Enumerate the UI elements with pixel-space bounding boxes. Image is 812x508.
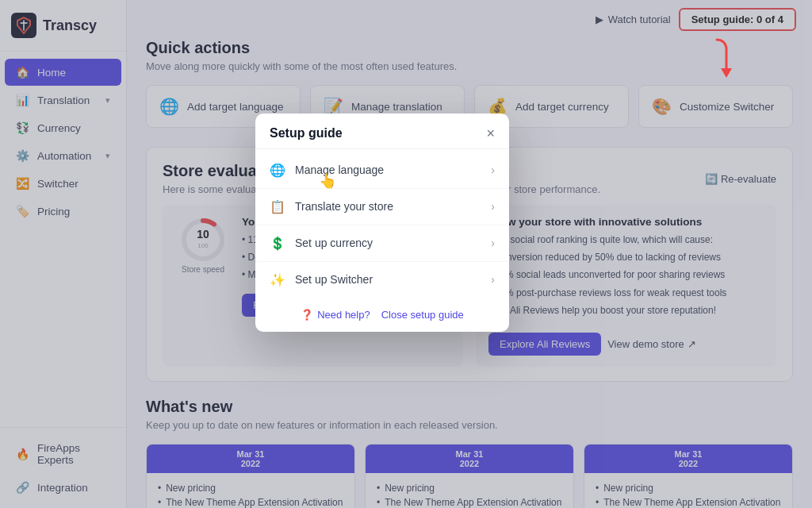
modal-item-set-up-currency[interactable]: 💲 Set up currency › [255, 225, 509, 262]
close-icon: × [486, 125, 495, 141]
need-help-button[interactable]: ❓ Need help? [301, 309, 370, 321]
modal-item-translate-store-label: Translate your store [295, 200, 481, 213]
translate-store-modal-icon: 📋 [270, 199, 285, 214]
chevron-right-icon-2: › [491, 200, 495, 213]
chevron-right-icon-1: › [491, 164, 495, 176]
help-icon: ❓ [301, 309, 313, 321]
modal-close-button[interactable]: × [486, 126, 495, 140]
svg-marker-5 [721, 68, 732, 78]
chevron-right-icon-4: › [491, 273, 495, 286]
modal-item-translate-store[interactable]: 📋 Translate your store › [255, 189, 509, 225]
set-up-currency-modal-icon: 💲 [270, 236, 285, 251]
close-guide-label: Close setup guide [381, 309, 464, 321]
modal-item-set-up-switcher[interactable]: ✨ Set up Switcher › [255, 262, 509, 298]
modal-item-manage-language-label: Manage language [295, 164, 481, 176]
setup-guide-modal: Setup guide × 🌐 Manage language › 👆 📋 Tr… [255, 114, 509, 332]
modal-header: Setup guide × [255, 114, 509, 149]
set-up-switcher-modal-icon: ✨ [270, 272, 285, 287]
modal-item-set-up-currency-label: Set up currency [295, 237, 481, 249]
modal-title: Setup guide [270, 126, 343, 140]
modal-footer: ❓ Need help? Close setup guide [255, 298, 509, 332]
manage-language-modal-icon: 🌐 [270, 163, 285, 178]
chevron-right-icon-3: › [491, 237, 495, 249]
modal-overlay[interactable]: Setup guide × 🌐 Manage language › 👆 📋 Tr… [0, 0, 812, 508]
red-arrow-indicator [669, 32, 733, 83]
modal-item-manage-language[interactable]: 🌐 Manage language › 👆 [255, 152, 509, 189]
close-setup-guide-button[interactable]: Close setup guide [381, 309, 464, 321]
need-help-label: Need help? [317, 309, 370, 321]
modal-body: 🌐 Manage language › 👆 📋 Translate your s… [255, 149, 509, 298]
modal-item-set-up-switcher-label: Set up Switcher [295, 273, 481, 286]
